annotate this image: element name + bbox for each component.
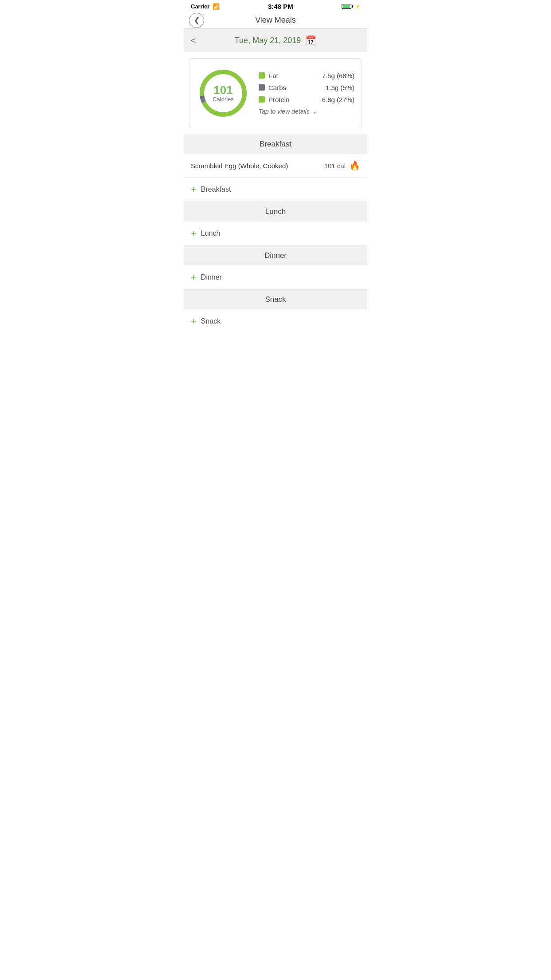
battery-area: ⚡ [342, 4, 360, 9]
food-cal-row: 101 cal 🔥 [324, 160, 360, 171]
tap-details-button[interactable]: Tap to view details ⌄ [259, 108, 354, 115]
nav-back-button[interactable]: ❮ [189, 13, 204, 28]
add-snack-button[interactable]: + Snack [184, 309, 367, 333]
breakfast-label: Breakfast [260, 140, 291, 148]
add-breakfast-plus-icon: + [191, 184, 197, 195]
add-snack-plus-icon: + [191, 316, 197, 327]
fat-value: 7.5g (68%) [322, 72, 354, 79]
status-bar: Carrier 📶 3:48 PM ⚡ [184, 0, 367, 12]
nav-bar: ❮ View Meals [184, 12, 367, 29]
add-snack-label: Snack [201, 317, 220, 325]
add-lunch-button[interactable]: + Lunch [184, 221, 367, 245]
wifi-icon: 📶 [213, 3, 220, 10]
macro-row-carbs: Carbs 1.3g (5%) [259, 84, 354, 91]
flame-icon: 🔥 [349, 160, 360, 171]
food-cal-value: 101 cal [324, 162, 346, 170]
snack-label: Snack [265, 295, 286, 304]
add-lunch-label: Lunch [201, 229, 220, 237]
breakfast-section-header: Breakfast [184, 134, 367, 154]
carbs-label: Carbs [268, 84, 322, 91]
carbs-value: 1.3g (5%) [326, 84, 354, 91]
donut-chart: 101 Calories [197, 67, 250, 120]
dinner-section-header: Dinner [184, 246, 367, 265]
add-breakfast-button[interactable]: + Breakfast [184, 178, 367, 202]
chevron-down-icon: ⌄ [312, 108, 318, 115]
add-dinner-button[interactable]: + Dinner [184, 265, 367, 289]
nav-title: View Meals [255, 16, 296, 25]
date-label: Tue, May 21, 2019 [235, 36, 301, 45]
add-dinner-label: Dinner [201, 273, 222, 281]
date-back-button[interactable]: < [191, 36, 196, 46]
add-dinner-plus-icon: + [191, 272, 197, 283]
status-time: 3:48 PM [268, 3, 293, 10]
protein-value: 6.8g (27%) [322, 96, 354, 103]
calories-label: Calories [213, 96, 234, 103]
food-item-name: Scrambled Egg (Whole, Cooked) [191, 162, 288, 170]
macro-row-fat: Fat 7.5g (68%) [259, 72, 354, 79]
lunch-label: Lunch [265, 207, 286, 216]
carrier-label: Carrier [191, 3, 210, 10]
tap-details-text: Tap to view details [259, 108, 310, 115]
battery-icon [342, 4, 353, 9]
date-bar: < Tue, May 21, 2019 📅 [184, 29, 367, 52]
calendar-icon[interactable]: 📅 [305, 35, 316, 46]
charging-icon: ⚡ [355, 4, 360, 9]
fat-dot [259, 72, 265, 79]
protein-dot [259, 96, 265, 103]
macro-list: Fat 7.5g (68%) Carbs 1.3g (5%) Protein 6… [259, 72, 354, 115]
battery-tip [352, 5, 353, 8]
calories-value: 101 [213, 84, 234, 96]
summary-card: 101 Calories Fat 7.5g (68%) Carbs 1.3g (… [189, 58, 362, 128]
carrier-wifi: Carrier 📶 [191, 3, 220, 10]
battery-body [342, 4, 351, 9]
snack-section-header: Snack [184, 290, 367, 309]
add-breakfast-label: Breakfast [201, 186, 231, 194]
protein-label: Protein [268, 96, 319, 103]
macro-row-protein: Protein 6.8g (27%) [259, 96, 354, 103]
dinner-label: Dinner [264, 251, 287, 260]
food-item-scrambled-egg[interactable]: Scrambled Egg (Whole, Cooked) 101 cal 🔥 [184, 154, 367, 178]
add-lunch-plus-icon: + [191, 228, 197, 239]
donut-center: 101 Calories [213, 84, 234, 103]
fat-label: Fat [268, 72, 319, 79]
battery-fill [342, 5, 350, 8]
nav-back-icon: ❮ [194, 16, 200, 24]
lunch-section-header: Lunch [184, 202, 367, 221]
carbs-dot [259, 84, 265, 91]
